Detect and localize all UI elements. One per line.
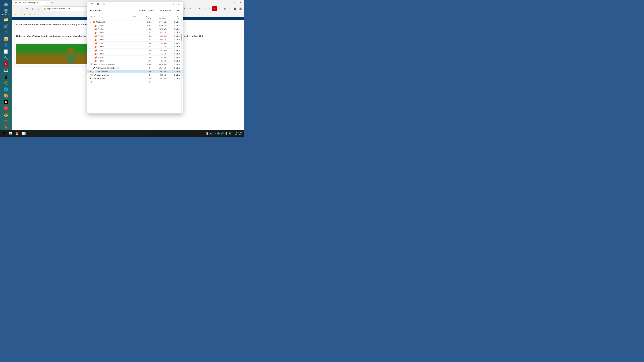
desktop-icon-app13[interactable]: 🎮 [1,118,11,124]
table-row-firefox-6[interactable]: 🦊 Firefox 0% 10.7 MB 0 MB/s [88,41,183,45]
task-manager-maximize-button[interactable]: □ [170,2,175,6]
table-row-firefox-2[interactable]: 🦊 Firefox 0% 232.0 MB 0 MB/s [88,27,183,31]
table-row-firefox-1[interactable]: 🦊 Firefox 0.3% 266.5 MB 0 MB/s [88,24,183,27]
table-row-firefox-5[interactable]: 🦊 Firefox 0% 27.4 MB 0 MB/s [88,38,183,41]
table-row-firefox-7[interactable]: 🦊 Firefox 0% 6.7 MB 0 MB/s [88,45,183,49]
ext-icon-t2[interactable]: 🎬 [232,6,237,11]
taskbar-app-outlook[interactable]: 📧 [8,130,14,136]
desktop-icon-store[interactable]: 🛒 [1,23,11,29]
phone-tray-icon[interactable]: 📲 [210,132,213,135]
table-row-firefox-4[interactable]: 🦊 Firefox 0% 169.3 MB 0 MB/s [88,34,183,38]
ext-icon-ip[interactable]: IP [212,6,217,11]
desktop-icon-app9[interactable]: 🎨 [1,93,11,98]
desktop-icon-app12[interactable]: 💰 [1,112,11,117]
table-scrollbar[interactable] [181,14,182,113]
secure-system-icon: 🛡 [90,77,92,80]
desktop-icon-folder[interactable]: 📁 [1,17,11,22]
task-manager-minimize-button[interactable]: ─ [165,2,170,6]
table-row-desktop-window-manager[interactable]: 🖥 Desktop Window Manager 0.3% 431.4 MB 0… [88,63,183,66]
ext-icon-p[interactable]: P [192,6,197,11]
network-tray-icon[interactable]: 🌐 [217,132,220,135]
table-row-firefox-9[interactable]: 🦊 Firefox 0% 6.3 MB 0 MB/s [88,52,183,56]
start-button[interactable]: ⊞ [1,131,7,136]
task-manager-image-button[interactable]: 🖼 [96,2,100,6]
volume-tray-icon[interactable]: 🔊 [221,132,224,135]
table-row-firefox-parent[interactable]: ▾ 🦊 Firefox (11) 0.3% 921.4 MB 0 MB/s [88,20,183,24]
desktop-icon-app5[interactable]: 💻 [1,68,11,73]
browser-maximize-button[interactable]: □ [233,0,238,5]
taskbar-app-task-manager[interactable]: 📊 [21,130,27,136]
desktop-icon-app7[interactable]: 🌿 [1,80,11,86]
taskbar-app-firefox[interactable]: 🦊 [14,130,20,136]
taskbar-clock[interactable]: 11:39:35 AM 9/23/2023 [233,132,242,135]
desktop-icon-app6[interactable]: 📱 [1,74,11,79]
monitor-tray-icon[interactable]: 🖥 [214,132,216,135]
desktop-icon-app14[interactable]: 🔖 [1,125,11,130]
desktop-icon-app1[interactable]: 👤 [1,42,11,48]
folder-icon: 📁 [14,13,16,15]
ext-icon-w[interactable]: 🌀 [222,6,227,11]
notification-area[interactable]: 🔔 37 [228,132,232,135]
task-manager-more-button[interactable]: ⋯ [175,8,180,13]
desktop-icon-app4[interactable]: 🗂 [1,62,11,67]
ext-icon-t1[interactable]: T [197,6,202,11]
table-row-task-manager[interactable]: ▶ 📊 Task Manager 1.9% 56.1 MB 0 MB/s [88,70,183,73]
firefox-icon: 🦊 [94,59,97,62]
ext-icon-s[interactable]: S [228,6,232,11]
col-header-name[interactable]: Name [90,15,124,19]
recycle-bin-icon[interactable]: 🗑️ Recycle Bin [1,9,11,16]
desktop-icon-settings[interactable]: ⚙️ [1,2,11,7]
col-header-cpu[interactable]: 3% ▼ CPU [138,15,152,19]
bookmark-folder-t[interactable]: 📁 T [33,13,39,16]
ext-icon-ap[interactable]: AP [187,6,192,11]
bookmark-folder-m[interactable]: 📁 M [20,13,26,16]
col-header-status[interactable]: Status [124,15,138,19]
battery-tray-icon[interactable]: 🔋 [225,132,228,135]
lock-icon: 🔒 [44,7,46,10]
table-row-antimalware[interactable]: ▶ 🛡 Antimalware Service Execut... 0% 135… [88,66,183,70]
print-button[interactable]: 🖨 [36,6,40,11]
run-new-task-button[interactable]: ⊕ Run new task [136,8,156,13]
scrollbar-thumb[interactable] [181,34,182,41]
back-button[interactable]: ← [13,6,18,11]
refresh-button[interactable]: ↻ [24,6,29,11]
table-row-firefox-3[interactable]: 🦊 Firefox 0% 186.3 MB 0 MB/s [88,31,183,34]
table-row-firefox-10[interactable]: 🦊 Firefox 0% 6.3 MB 0 MB/s [88,56,183,59]
desktop-icon-app8[interactable]: 🌐 [1,87,11,92]
bookmark-folder-g[interactable]: 📁 G [13,13,20,16]
ext-icon-jp[interactable]: JP [202,6,207,11]
table-row-partial[interactable]: 🖥 ... 0% ... ... [88,80,183,84]
ext-icon-b[interactable]: B [207,6,212,11]
outlook-tray-icon[interactable]: 📋 [206,132,209,135]
task-manager-search-button[interactable]: 🔍 [102,2,106,6]
task-manager-hamburger-button[interactable]: ☰ [90,2,94,6]
firefox-icon: 🦊 [94,45,97,48]
forward-button[interactable]: → [19,6,24,11]
table-row-firefox-11[interactable]: 🦊 Firefox 0% 3.7 MB 0 MB/s [88,59,183,63]
browser-minimize-button[interactable]: ─ [228,0,232,5]
col-header-disk[interactable]: 0% Disk [166,15,180,19]
desktop-icon-app11[interactable]: 🔴 [1,106,11,111]
bookmark-folder-s[interactable]: 📁 S [26,13,32,16]
col-header-memory[interactable]: 31% Memory [152,15,166,19]
ext-icon-y[interactable]: Y [182,6,187,11]
desktop-icon-photos[interactable]: 🖼️ [1,36,11,41]
desktop-icon-app10[interactable]: ■ [1,99,11,105]
home-button[interactable]: ⌂ [30,6,35,11]
browser-close-button[interactable]: ✕ [238,0,243,5]
browser-menu-button[interactable]: ☰ [238,6,243,11]
table-row-firefox-8[interactable]: 🦊 Firefox 0% 6.3 MB 0 MB/s [88,49,183,52]
task-manager-close-button[interactable]: ✕ [176,2,180,6]
browser-window-controls: ─ □ ✕ [228,0,243,5]
ext-icon-c[interactable]: C [217,6,222,11]
new-tab-button[interactable]: + [50,1,54,5]
desktop-icon-app3[interactable]: 🔧 [1,55,11,61]
desktop-icon-music[interactable]: 🎵 [1,30,11,35]
task-manager-table: Name Status 3% ▼ CPU 31% Memory 0% Disk … [88,14,183,113]
desktop-icon-app2[interactable]: 📊 [1,49,11,54]
table-row-windows-explorer[interactable]: 📁 Windows Explorer 0% 49.3 MB 0 MB/s [88,73,183,77]
table-row-secure-system[interactable]: 🛡 Secure System 0% 46.1 MB 0 MB/s [88,77,183,80]
fox-news-tab[interactable]: 🦊 Fox News - Breaking News Upd... ✕ [13,0,50,5]
tab-close-button[interactable]: ✕ [46,1,48,4]
end-task-button[interactable]: ⊘ End task [158,8,173,13]
